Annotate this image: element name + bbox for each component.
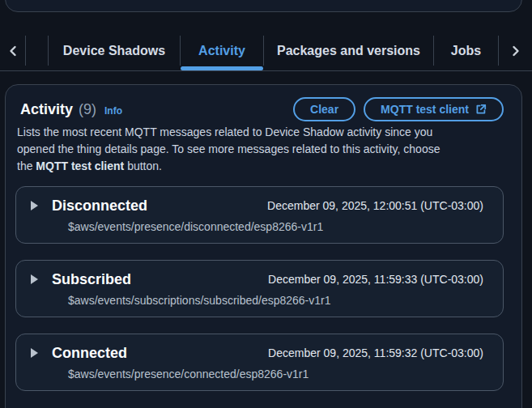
tab-device-shadows[interactable]: Device Shadows bbox=[49, 31, 180, 70]
panel-header: Activity (9) Info Clear MQTT test client bbox=[20, 96, 504, 122]
panel-title-group: Activity (9) Info bbox=[20, 101, 122, 118]
event-title: Connected bbox=[52, 342, 127, 363]
tabs-scroll-right-button[interactable] bbox=[499, 31, 532, 70]
caret-right-icon bbox=[31, 348, 38, 358]
event-expand-header[interactable]: Disconnected December 09, 2025, 12:00:51… bbox=[31, 195, 483, 216]
page-title: Activity bbox=[20, 101, 73, 118]
panel-description: Lists the most recent MQTT messages rela… bbox=[17, 124, 504, 175]
previous-panel-edge bbox=[5, 0, 522, 12]
tabs-scroll-left-button[interactable] bbox=[0, 31, 25, 70]
tab-clipped[interactable] bbox=[26, 31, 48, 70]
chevron-right-icon bbox=[511, 45, 521, 57]
tab-bar: Device Shadows Activity Packages and ver… bbox=[0, 31, 532, 71]
event-card-connected: Connected December 09, 2025, 11:59:32 (U… bbox=[15, 334, 504, 391]
event-timestamp: December 09, 2025, 11:59:32 (UTC-03:00) bbox=[268, 346, 483, 359]
event-expand-header[interactable]: Connected December 09, 2025, 11:59:32 (U… bbox=[31, 342, 483, 363]
event-expand-header[interactable]: Subscribed December 09, 2025, 11:59:33 (… bbox=[31, 269, 483, 290]
description-line-2: opened the thing details page. To see mo… bbox=[17, 142, 440, 155]
tab-label: Device Shadows bbox=[63, 44, 165, 58]
chevron-left-icon bbox=[8, 45, 18, 57]
clear-button[interactable]: Clear bbox=[293, 97, 355, 121]
description-line-3-bold: MQTT test client bbox=[36, 159, 124, 172]
tab-label: Packages and versions bbox=[277, 44, 420, 58]
item-counter: (9) bbox=[79, 101, 96, 118]
event-topic: $aws/events/presence/disconnected/esp826… bbox=[68, 220, 483, 233]
event-timestamp: December 09, 2025, 11:59:33 (UTC-03:00) bbox=[268, 273, 483, 286]
event-topic: $aws/events/subscriptions/subscribed/esp… bbox=[68, 294, 483, 307]
tab-label: Jobs bbox=[451, 44, 481, 58]
event-card-disconnected: Disconnected December 09, 2025, 12:00:51… bbox=[15, 186, 504, 244]
description-line-1: Lists the most recent MQTT messages rela… bbox=[17, 125, 432, 138]
tab-jobs[interactable]: Jobs bbox=[434, 31, 498, 70]
activity-panel: Activity (9) Info Clear MQTT test client… bbox=[5, 84, 522, 408]
caret-right-icon bbox=[31, 274, 38, 284]
tab-packages-and-versions[interactable]: Packages and versions bbox=[264, 31, 433, 70]
clear-button-label: Clear bbox=[310, 103, 338, 116]
description-line-3-suffix: button. bbox=[124, 159, 162, 172]
tab-activity[interactable]: Activity bbox=[181, 31, 263, 70]
description-line-3-prefix: the bbox=[17, 159, 36, 172]
info-link[interactable]: Info bbox=[104, 105, 122, 117]
event-title: Subscribed bbox=[52, 269, 131, 290]
event-timestamp: December 09, 2025, 12:00:51 (UTC-03:00) bbox=[267, 199, 483, 212]
event-topic: $aws/events/presence/connected/esp8266-v… bbox=[68, 368, 483, 380]
mqtt-test-client-button[interactable]: MQTT test client bbox=[364, 97, 504, 121]
mqtt-button-label: MQTT test client bbox=[381, 103, 469, 116]
event-card-subscribed: Subscribed December 09, 2025, 11:59:33 (… bbox=[15, 260, 504, 317]
header-actions: Clear MQTT test client bbox=[293, 97, 504, 121]
external-link-icon bbox=[475, 104, 487, 115]
tab-label: Activity bbox=[198, 44, 245, 58]
event-title: Disconnected bbox=[52, 195, 147, 216]
caret-right-icon bbox=[31, 201, 38, 210]
